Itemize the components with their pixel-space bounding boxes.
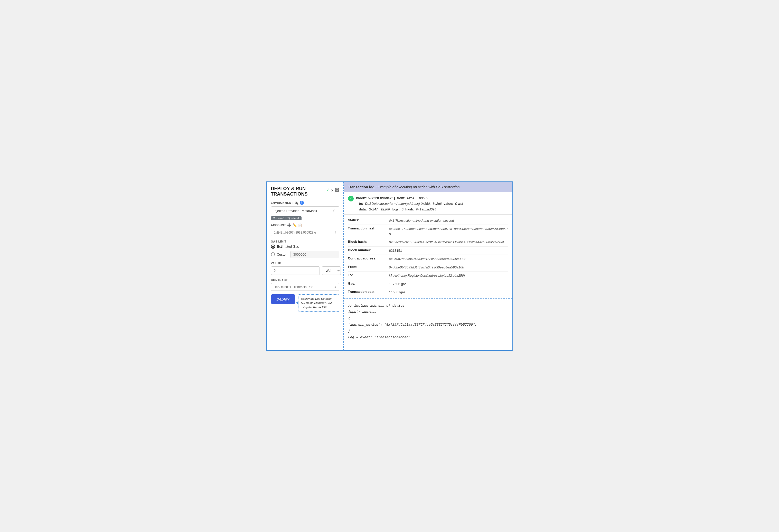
gas-limit-label: GAS LIMIT	[271, 240, 339, 243]
tx-detail-key: Transaction cost:	[348, 290, 389, 295]
estimated-gas-label: Estimated Gas	[277, 245, 299, 249]
tx-detail-row: Transaction hash:0x9eee116935fca38c9e92e…	[348, 225, 508, 238]
estimated-gas-radio[interactable]	[271, 245, 275, 249]
info-icon[interactable]: i	[300, 201, 304, 205]
tx-detail-row: Gas:117606 gas	[348, 280, 508, 288]
code-section: // include address of deviceInput: addre…	[344, 299, 513, 344]
account-select[interactable]: 0xE42...b8697 (8932.965928 e ⇕	[271, 229, 339, 237]
tx-detail-val: M_Authority.RegisterCert(address,bytes32…	[389, 273, 508, 278]
tx-detail-val: 117606 gas	[389, 281, 508, 287]
panel-title: DEPLOY & RUN TRANSACTIONS	[271, 186, 324, 197]
radio-dot	[272, 246, 274, 248]
tx-log-subtitle: Example of executing an action with DoS …	[377, 185, 460, 189]
svg-rect-2	[336, 190, 337, 191]
tx-detail-row: Contract address:0x350d7aeec8624ac3ee1e2…	[348, 255, 508, 263]
tx-detail-row: Status:0x1 Transaction mined and excutio…	[348, 217, 508, 225]
tx-detail-row: To:M_Authority.RegisterCert(address,byte…	[348, 271, 508, 280]
account-label: ACCOUNT	[271, 223, 286, 226]
tx-detail-val: 0x9eee116935fca38c9e92ed4be6b88c7ca1d8c6…	[389, 226, 508, 237]
code-line: "address_device": "0xf39Fd6e51aad88F6F4c…	[348, 322, 508, 328]
account-label-row: ACCOUNT ➕ ✏️ 📋 ⠿	[271, 223, 339, 227]
deploy-row: Deploy Deploy the Dos Detector SC on the…	[271, 294, 339, 312]
block-id: block:1597228 txIndex:-] from: 0xe42...b…	[356, 196, 428, 200]
deploy-tooltip: Deploy the Dos Detector SC on the Shimme…	[298, 294, 339, 312]
tx-detail-row: Block number:6213151	[348, 247, 508, 255]
tx-detail-key: Block number:	[348, 248, 389, 253]
tx-detail-key: Block hash:	[348, 240, 389, 245]
code-line: Log & event: "TransactionAdded"	[348, 334, 508, 341]
block-data: data: 0x247...92266 logs: 0 hash: 0x19f.…	[356, 207, 436, 211]
tx-detail-val: 0x02fc0d7c8c5526ddea3fc3ff540bc3ce3ec119…	[389, 240, 508, 245]
code-line: }	[348, 328, 508, 334]
code-line: {	[348, 315, 508, 322]
deploy-button[interactable]: Deploy	[271, 294, 295, 304]
arrow-icon[interactable]: ›	[331, 187, 333, 193]
custom-label: Custom	[277, 253, 288, 256]
tx-block-info: ✓ block:1597228 txIndex:-] from: 0xe42..…	[344, 192, 513, 214]
value-row: WeiGweiEther	[271, 266, 339, 275]
value-section: VALUE WeiGweiEther	[271, 262, 339, 275]
block-to: to: DoSDetector.performAction(address) 0…	[356, 202, 463, 206]
custom-gas-row: Custom	[271, 251, 339, 258]
success-icon: ✓	[348, 196, 354, 201]
tx-detail-key: Transaction hash:	[348, 226, 389, 237]
custom-gas-radio[interactable]	[271, 252, 275, 256]
tx-detail-val: 6213151	[389, 248, 508, 253]
contract-label: CONTRACT	[271, 278, 339, 281]
tx-log-header: Transaction log : Example of executing a…	[344, 182, 513, 192]
title-icons: ✓ ›	[326, 187, 339, 193]
network-badge: Custom (1073) network	[271, 216, 302, 220]
tx-detail-val: 0x350d7aeec8624ac3ee1e2c5babe90d4d085e33…	[389, 256, 508, 262]
tx-detail-row: Transaction cost:116561gas	[348, 288, 508, 296]
edit-account-icon[interactable]: ✏️	[293, 223, 297, 227]
tx-detail-row: Block hash:0x02fc0d7c8c5526ddea3fc3ff540…	[348, 238, 508, 247]
wei-select[interactable]: WeiGweiEther	[322, 266, 341, 275]
environment-label: ENVIRONMENT 🔌 i	[271, 201, 339, 205]
tx-detail-key: Status:	[348, 218, 389, 223]
environment-select[interactable]: Injected Provider - MetaMask ⊕	[271, 206, 339, 215]
custom-gas-input[interactable]	[291, 251, 339, 258]
value-label: VALUE	[271, 262, 339, 265]
estimated-gas-row[interactable]: Estimated Gas	[271, 245, 339, 249]
left-panel: DEPLOY & RUN TRANSACTIONS ✓ › ENVIRONMEN…	[267, 182, 344, 350]
contract-select[interactable]: DoSDetector - contracts/DoS ⇕	[271, 283, 339, 291]
svg-rect-0	[336, 188, 337, 189]
tx-detail-key: Gas:	[348, 281, 389, 287]
code-line: Input: address	[348, 309, 508, 315]
tx-detail-val: 0xd0be0bf8693dd1f83d7a04930f0eeb4ea590a1…	[389, 265, 508, 270]
contract-arrow-icon: ⇕	[334, 285, 337, 289]
value-input[interactable]	[271, 266, 320, 275]
contract-section: CONTRACT DoSDetector - contracts/DoS ⇕	[271, 278, 339, 291]
check-icon[interactable]: ✓	[326, 187, 330, 193]
add-account-icon[interactable]: ➕	[287, 223, 291, 227]
select-arrow-icon: ⊕	[333, 208, 337, 213]
tx-log-title: Transaction log	[348, 185, 374, 189]
title-row: DEPLOY & RUN TRANSACTIONS ✓ ›	[271, 186, 339, 197]
tx-detail-row: From:0xd0be0bf8693dd1f83d7a04930f0eeb4ea…	[348, 263, 508, 272]
svg-rect-3	[337, 190, 339, 191]
square-icon[interactable]	[335, 187, 339, 192]
account-arrow-icon: ⇕	[334, 231, 337, 234]
copy-account-icon[interactable]: 📋	[298, 223, 302, 227]
main-container: DEPLOY & RUN TRANSACTIONS ✓ › ENVIRONMEN…	[266, 182, 513, 351]
plug-icon: 🔌	[294, 201, 299, 205]
svg-rect-1	[337, 188, 339, 189]
tx-detail-key: Contract address:	[348, 256, 389, 262]
gas-limit-section: GAS LIMIT Estimated Gas Custom	[271, 240, 339, 258]
tx-detail-key: To:	[348, 273, 389, 278]
tx-block-text: block:1597228 txIndex:-] from: 0xe42...b…	[356, 195, 463, 212]
tx-detail-val: 116561gas	[389, 290, 508, 295]
tx-detail-val: 0x1 Transaction mined and excution succe…	[389, 218, 508, 223]
tx-detail-key: From:	[348, 265, 389, 270]
tx-details-table: Status:0x1 Transaction mined and excutio…	[344, 214, 513, 299]
code-line: // include address of device	[348, 303, 508, 309]
right-panel: Transaction log : Example of executing a…	[344, 182, 513, 350]
spinner-icon: ⠿	[303, 223, 306, 227]
